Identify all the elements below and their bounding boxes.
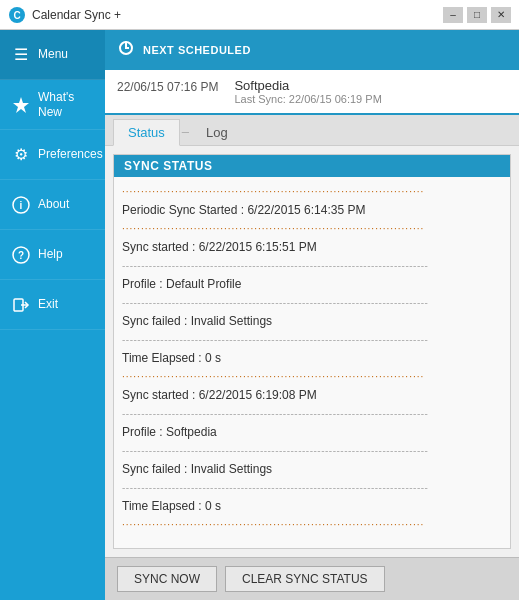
sidebar-label-exit: Exit [38,297,58,311]
log-line: ········································… [122,516,502,533]
content-area: NEXT SCHEDULED 22/06/15 07:16 PM Softped… [105,30,519,600]
svg-text:C: C [13,10,20,21]
clear-sync-status-button[interactable]: CLEAR SYNC STATUS [225,566,385,592]
next-scheduled-label: NEXT SCHEDULED [143,44,251,56]
app-body: ☰ Menu What's New ⚙ Preferences i About [0,30,519,600]
schedule-last-sync: Last Sync: 22/06/15 06:19 PM [234,93,507,105]
sync-status-title: SYNC STATUS [114,155,510,177]
sidebar-label-help: Help [38,247,63,261]
sync-status-body[interactable]: ········································… [114,177,510,548]
sidebar-item-exit[interactable]: Exit [0,280,105,330]
log-line: ----------------------------------------… [122,294,502,311]
log-line: ········································… [122,183,502,200]
log-line: ········································… [122,220,502,237]
window-controls: – □ ✕ [443,7,511,23]
log-line: ----------------------------------------… [122,479,502,496]
sidebar-item-preferences[interactable]: ⚙ Preferences [0,130,105,180]
tabs-bar: Status – Log [105,115,519,146]
app-icon: C [8,6,26,24]
preferences-icon: ⚙ [10,144,32,166]
window-title: Calendar Sync + [32,8,443,22]
log-line: Time Elapsed : 0 s [122,496,502,516]
log-line: ----------------------------------------… [122,257,502,274]
sidebar-label-preferences: Preferences [38,147,103,161]
log-line: Periodic Sync Started : 6/22/2015 6:14:3… [122,200,502,220]
log-line: Sync started : 6/22/2015 6:15:51 PM [122,237,502,257]
log-line: Profile : Softpedia [122,422,502,442]
log-line: ----------------------------------------… [122,405,502,422]
sidebar-item-menu[interactable]: ☰ Menu [0,30,105,80]
whats-new-icon [10,94,32,116]
tab-status[interactable]: Status [113,119,180,146]
log-line: ----------------------------------------… [122,442,502,459]
sidebar-item-about[interactable]: i About [0,180,105,230]
sidebar: ☰ Menu What's New ⚙ Preferences i About [0,30,105,600]
sidebar-label-about: About [38,197,69,211]
tab-log[interactable]: Log [191,119,243,145]
sync-now-button[interactable]: SYNC NOW [117,566,217,592]
svg-text:?: ? [18,250,24,261]
log-line: ········································… [122,368,502,385]
maximize-button[interactable]: □ [467,7,487,23]
log-line: Sync failed : Invalid Settings [122,459,502,479]
schedule-name: Softpedia [234,78,507,93]
exit-icon [10,294,32,316]
log-line: ----------------------------------------… [122,331,502,348]
about-icon: i [10,194,32,216]
log-line: Profile : Default Profile [122,274,502,294]
bottom-bar: SYNC NOW CLEAR SYNC STATUS [105,557,519,600]
next-scheduled-bar: NEXT SCHEDULED [105,30,519,70]
refresh-icon [117,39,135,61]
log-line: Time Elapsed : 0 s [122,348,502,368]
log-line: Sync failed : Invalid Settings [122,311,502,331]
schedule-detail: Softpedia Last Sync: 22/06/15 06:19 PM [234,78,507,105]
sync-status-panel: SYNC STATUS ····························… [113,154,511,549]
sidebar-label-whats-new: What's New [38,90,95,119]
menu-icon: ☰ [10,44,32,66]
tab-separator: – [180,119,191,145]
sidebar-item-whats-new[interactable]: What's New [0,80,105,130]
sidebar-label-menu: Menu [38,47,68,61]
close-button[interactable]: ✕ [491,7,511,23]
minimize-button[interactable]: – [443,7,463,23]
sidebar-item-help[interactable]: ? Help [0,230,105,280]
log-line: Sync started : 6/22/2015 6:19:08 PM [122,385,502,405]
schedule-info: 22/06/15 07:16 PM Softpedia Last Sync: 2… [105,70,519,115]
schedule-date: 22/06/15 07:16 PM [117,78,218,94]
svg-text:i: i [20,200,23,211]
help-icon: ? [10,244,32,266]
title-bar: C Calendar Sync + – □ ✕ [0,0,519,30]
